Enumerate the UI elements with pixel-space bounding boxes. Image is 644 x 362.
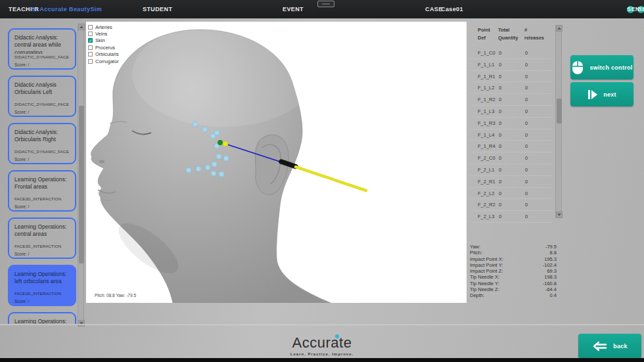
card-type-tag: FACE3D_INTERACTION	[14, 196, 61, 201]
total-quantity-cell: 0	[499, 202, 501, 208]
3d-head-canvas[interactable]	[86, 22, 467, 303]
exercise-card[interactable]: Didactic Analysis: Orbicularis RightDIDA…	[8, 123, 76, 164]
table-row: F_1_C000	[470, 47, 553, 59]
point-def-cell: F_2_R1	[478, 179, 495, 185]
point-def-cell: F_1_R4	[478, 143, 495, 149]
layer-toggle-orbicularis[interactable]: Orbicularis	[88, 51, 119, 58]
layer-toggle-veins[interactable]: Veins	[88, 30, 119, 37]
layer-toggle-arteries[interactable]: Arteries	[88, 24, 119, 30]
telemetry-value: 195.3	[544, 256, 557, 262]
releases-cell: 0	[525, 155, 528, 161]
telemetry-row: Yaw:-79.5	[470, 244, 557, 250]
case-label: CASE	[425, 6, 443, 12]
switch-control-button[interactable]: switch control	[570, 55, 633, 79]
releases-cell: 0	[525, 62, 528, 68]
needle-shaft	[296, 167, 366, 191]
3d-viewport[interactable]: ArteriesVeins✓SkinProcerusOrbicularisCor…	[86, 22, 467, 303]
telemetry-value: 8.8	[550, 250, 557, 256]
total-quantity-cell: 0	[499, 74, 501, 79]
telemetry-row: Impact Point X:195.3	[470, 256, 557, 262]
scroll-down-icon[interactable]	[556, 212, 563, 218]
table-scroll-thumb[interactable]	[557, 99, 562, 124]
exercise-card[interactable]: Learning Operations: central areasFACE3D…	[8, 217, 76, 259]
step-forward-icon	[587, 89, 598, 100]
card-title: Learning Operations: Frontal areas	[14, 176, 70, 191]
next-button[interactable]: next	[570, 82, 633, 106]
exercise-card[interactable]: Didactic Analysis: central areas while c…	[8, 28, 76, 70]
exercise-card[interactable]: Learning Operations:	[8, 312, 76, 324]
injection-point-dot	[211, 171, 216, 176]
table-header-cell: PointDef	[478, 26, 490, 42]
exercise-card[interactable]: Learning Operations: left orbicolaris ar…	[8, 265, 76, 306]
telemetry-label: Tip Needle Z:	[470, 286, 499, 292]
handle-bar-icon	[322, 3, 330, 5]
back-button[interactable]: back	[578, 334, 641, 359]
card-title: Didactic Analysis Orbicularis Left	[14, 81, 70, 97]
table-row: F_1_R100	[470, 71, 553, 83]
switch-control-label: switch control	[589, 64, 632, 71]
card-type-tag: FACE3D_INTERACTION	[14, 244, 61, 248]
status-indicators: SENSORSBEAUTYSIM	[627, 0, 637, 18]
point-def-cell: F_1_R2	[478, 97, 495, 102]
card-title: Learning Operations: central areas	[14, 223, 70, 238]
layer-label: Veins	[95, 31, 107, 37]
checkbox-icon[interactable]	[88, 45, 93, 50]
telemetry-row: Impact Point Y:-102.4	[470, 262, 557, 268]
checkbox-icon[interactable]	[88, 25, 93, 30]
layer-toggle-corrugator[interactable]: Corrugator	[88, 58, 119, 64]
telemetry-row: Tip Needle Y:-160.8	[470, 281, 557, 286]
table-row: F_1_R400	[470, 141, 553, 152]
releases-cell: 0	[525, 143, 528, 149]
table-row: F_1_R200	[470, 94, 553, 106]
needle-telemetry-panel: Yaw:-79.5Pitch:8.8Impact Point X:195.3Im…	[470, 244, 557, 299]
telemetry-row: Tip Needle Z:-64.4	[470, 286, 557, 292]
point-def-cell: F_1_L1	[478, 62, 494, 68]
injection-point-dot	[219, 171, 224, 177]
checkbox-icon[interactable]	[88, 32, 93, 36]
total-quantity-cell: 0	[499, 62, 501, 68]
telemetry-value: -79.5	[545, 244, 557, 250]
exercise-card-list: Didactic Analysis: central areas while c…	[7, 24, 76, 324]
checkbox-icon[interactable]: ✓	[88, 38, 93, 43]
telemetry-row: Tip Needle X:198.3	[470, 274, 557, 280]
total-quantity-cell: 0	[499, 179, 501, 185]
exercise-card[interactable]: Learning Operations: Frontal areasFACE3D…	[8, 170, 76, 212]
sidebar-scrollbar[interactable]	[78, 24, 84, 327]
point-def-cell: F_1_L4	[478, 132, 494, 138]
teacher-name[interactable]: Dr Accurate BeautySim	[31, 6, 102, 12]
checkbox-icon[interactable]	[88, 52, 93, 57]
card-score: Score: /	[14, 157, 29, 162]
telemetry-row: Impact Point Z:69.3	[470, 268, 557, 274]
layer-toggle-skin[interactable]: ✓Skin	[88, 37, 119, 44]
scroll-down-icon[interactable]	[78, 320, 85, 327]
total-quantity-cell: 0	[499, 191, 501, 196]
layer-toggle-procerus[interactable]: Procerus	[88, 44, 119, 51]
injection-point-dot	[202, 127, 208, 132]
total-quantity-cell: 0	[499, 132, 501, 138]
releases-cell: 0	[525, 191, 528, 196]
releases-cell: 0	[525, 132, 528, 138]
injection-points-table: PointDefTotalQuantity#releases F_1_C000F…	[470, 26, 553, 223]
table-header-cell: TotalQuantity	[498, 26, 518, 42]
card-type-tag: DIDACTIC_DYNAMIC_FACE	[14, 149, 69, 154]
head-model	[91, 22, 331, 303]
telemetry-value: -102.4	[543, 262, 557, 268]
releases-cell: 0	[525, 85, 528, 91]
card-score: Score: /	[14, 299, 29, 304]
telemetry-label: Yaw:	[470, 244, 480, 250]
releases-cell: 0	[525, 179, 528, 185]
table-scrollbar[interactable]	[555, 25, 562, 218]
table-row: F_1_L100	[470, 59, 553, 71]
table-header: PointDefTotalQuantity#releases	[470, 26, 553, 46]
releases-cell: 0	[525, 108, 528, 114]
checkbox-icon[interactable]	[88, 59, 93, 64]
injection-point-dot	[186, 168, 191, 173]
point-def-cell: F_1_R1	[478, 74, 495, 79]
exercise-card[interactable]: Didactic Analysis Orbicularis LeftDIDACT…	[8, 76, 76, 117]
next-label: next	[603, 91, 616, 98]
scroll-up-icon[interactable]	[556, 25, 563, 32]
scroll-up-icon[interactable]	[78, 24, 85, 30]
sidebar-scroll-thumb[interactable]	[79, 106, 84, 263]
window-handle-button[interactable]	[317, 1, 334, 7]
telemetry-label: Tip Needle X:	[470, 274, 499, 280]
